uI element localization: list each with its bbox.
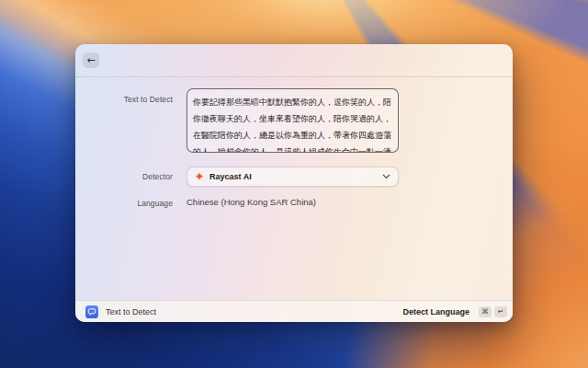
window-header: ← [75, 44, 513, 77]
text-to-detect-label: Text to Detect [75, 95, 173, 104]
back-button[interactable]: ← [83, 52, 99, 68]
detect-language-action[interactable]: Detect Language [402, 307, 469, 316]
language-label: Language [75, 199, 173, 208]
footer-bar: Text to Detect Detect Language ⌘ ↵ [75, 300, 513, 322]
chat-bubble-icon [85, 305, 98, 318]
chevron-down-icon [382, 174, 390, 179]
text-to-detect-value: 你要記得那些黑暗中默默抱緊你的人，逗你笑的人，陪你徹夜聊天的人，坐車來看望你的人… [193, 98, 391, 153]
command-key-icon[interactable]: ⌘ [479, 306, 492, 317]
detector-dropdown[interactable]: ✦ Raycast AI [187, 167, 399, 187]
return-key-icon[interactable]: ↵ [494, 306, 507, 317]
detector-label: Detector [75, 172, 173, 181]
screen: ← Text to Detect 你要記得那些黑暗中默默抱緊你的人，逗你笑的人，… [0, 0, 588, 368]
detector-selected-value: Raycast AI [209, 172, 377, 181]
language-value: Chinese (Hong Kong SAR China) [187, 197, 399, 207]
footer-command-name: Text to Detect [106, 307, 156, 316]
text-to-detect-input[interactable]: 你要記得那些黑暗中默默抱緊你的人，逗你笑的人，陪你徹夜聊天的人，坐車來看望你的人… [187, 88, 399, 153]
raycast-ai-icon: ✦ [195, 171, 204, 182]
raycast-window: ← Text to Detect 你要記得那些黑暗中默默抱緊你的人，逗你笑的人，… [75, 44, 513, 322]
